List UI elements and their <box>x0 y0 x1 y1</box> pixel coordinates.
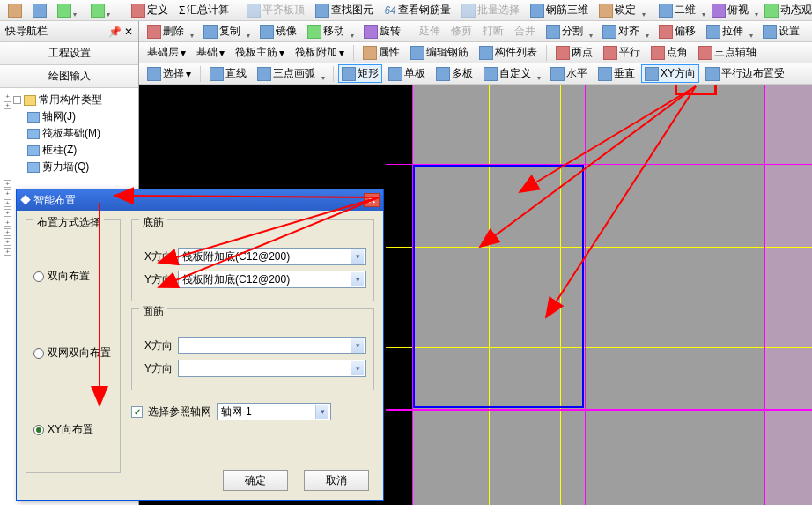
save-icon[interactable] <box>28 1 51 20</box>
custom-button[interactable]: 自定义 <box>479 63 535 84</box>
arc-button[interactable]: 三点画弧 <box>253 63 320 84</box>
view-rebar-button[interactable]: 64 查看钢筋量 <box>380 0 454 20</box>
horizontal-button[interactable]: 水平 <box>546 63 592 84</box>
tree-item-column[interactable]: 框柱(Z) <box>13 142 135 159</box>
ok-button[interactable]: 确定 <box>223 470 288 491</box>
delete-button[interactable]: 删除 <box>143 21 188 41</box>
draw-toolbar: 选择 ▾ 直线 三点画弧 矩形 单板 多板 自定义 水平 垂直 XY方向 平行边… <box>139 63 812 85</box>
single-board-button[interactable]: 单板 <box>384 63 430 84</box>
tree-item-raft[interactable]: 筏板基础(M) <box>13 125 135 142</box>
base-layer-select[interactable]: 基础层 ▾ <box>143 42 190 63</box>
xy-direction-button[interactable]: XY方向 <box>641 64 699 83</box>
bottom-rebar-label: 底筋 <box>139 215 167 230</box>
offset-button[interactable]: 偏移 <box>654 21 700 41</box>
rotate-button[interactable]: 旋转 <box>359 21 405 41</box>
view-angle-button[interactable]: 俯视 <box>707 0 753 20</box>
find-element-button[interactable]: 查找图元 <box>311 0 378 20</box>
move-button[interactable]: 移动 <box>303 21 349 41</box>
align-top-button[interactable]: 平齐板顶 <box>242 0 309 20</box>
nav-panel-title: 快导航栏 📌 ✕ <box>0 21 138 42</box>
ref-axis-checkbox[interactable]: ✓ <box>131 406 143 418</box>
tree-root[interactable]: − 常用构件类型 <box>13 92 135 108</box>
folder-icon <box>24 95 36 106</box>
sum-calc-button[interactable]: Σ 汇总计算 <box>174 0 233 20</box>
point-angle-button[interactable]: 点角 <box>646 42 692 63</box>
batch-select-button[interactable]: 批量选择 <box>457 0 524 20</box>
edit-rebar-button[interactable]: 编辑钢筋 <box>406 42 473 63</box>
tab-project-settings[interactable]: 工程设置 <box>0 42 138 65</box>
parallel-edge-button[interactable]: 平行边布置受 <box>701 63 789 84</box>
open-icon[interactable] <box>4 1 26 20</box>
tree-item-axis[interactable]: 轴网(J) <box>13 108 135 125</box>
two-point-button[interactable]: 两点 <box>551 42 597 63</box>
top-toolbar: 定义 Σ 汇总计算 平齐板顶 查找图元 64 查看钢筋量 批量选择 钢筋三维 锁… <box>0 0 812 21</box>
bottom-x-select[interactable]: 筏板附加底(C12@200)▾ <box>178 248 366 265</box>
break-button[interactable]: 打断 <box>478 21 508 41</box>
lock-button[interactable]: 锁定 <box>594 0 640 20</box>
raft-extra-select[interactable]: 筏板附加 ▾ <box>291 42 349 63</box>
dynamic-view-button[interactable]: 动态观 <box>760 0 812 20</box>
settings-button[interactable]: 设置 <box>758 21 804 41</box>
dialog-icon: ◆ <box>20 194 31 206</box>
split-button[interactable]: 分割 <box>542 21 587 41</box>
define-button[interactable]: 定义 <box>127 0 173 20</box>
three-point-aux-button[interactable]: 三点辅轴 <box>694 42 761 63</box>
line-button[interactable]: 直线 <box>205 63 251 84</box>
component-toolbar: 基础层 ▾ 基础 ▾ 筏板主筋 ▾ 筏板附加 ▾ 属性 编辑钢筋 构件列表 两点… <box>139 42 812 63</box>
property-button[interactable]: 属性 <box>358 42 404 63</box>
x-dir-label-2: X方向 <box>139 338 173 353</box>
extend-button[interactable]: 延伸 <box>415 21 445 41</box>
top-x-select[interactable]: ▾ <box>178 337 366 354</box>
component-list-button[interactable]: 构件列表 <box>475 42 542 63</box>
parallel-button[interactable]: 平行 <box>599 42 645 63</box>
rebar-3d-button[interactable]: 钢筋三维 <box>526 0 593 20</box>
close-icon[interactable]: ✕ <box>364 193 380 207</box>
redo-icon[interactable] <box>86 1 118 20</box>
radio-xy[interactable]: XY向布置 <box>33 422 113 437</box>
cancel-button[interactable]: 取消 <box>304 470 369 491</box>
y-dir-label: Y方向 <box>139 272 173 287</box>
align-button[interactable]: 对齐 <box>598 21 644 41</box>
tree-item-wall[interactable]: 剪力墙(Q) <box>13 159 135 175</box>
bottom-y-select[interactable]: 筏板附加底(C12@200)▾ <box>178 271 366 288</box>
radio-double-net[interactable]: 双网双向布置 <box>33 345 113 360</box>
select-button[interactable]: 选择 ▾ <box>143 63 196 84</box>
2d-button[interactable]: 二维 <box>654 0 700 20</box>
mirror-button[interactable]: 镜像 <box>255 21 301 41</box>
top-y-select[interactable]: ▾ <box>178 360 366 377</box>
y-dir-label-2: Y方向 <box>139 361 173 376</box>
stretch-button[interactable]: 拉伸 <box>702 21 748 41</box>
pin-icon[interactable]: 📌 ✕ <box>108 26 133 38</box>
vertical-button[interactable]: 垂直 <box>594 63 639 84</box>
merge-button[interactable]: 合并 <box>510 21 540 41</box>
tab-draw-input[interactable]: 绘图输入 <box>0 65 138 88</box>
base-select[interactable]: 基础 ▾ <box>192 42 229 63</box>
ref-axis-select[interactable]: 轴网-1▾ <box>217 403 331 420</box>
ref-axis-label: 选择参照轴网 <box>148 405 211 420</box>
rect-button[interactable]: 矩形 <box>338 64 382 83</box>
smart-layout-dialog: ◆ 智能布置 ✕ 布置方式选择 双向布置 双网双向布置 XY向布置 底筋 <box>16 189 384 501</box>
raft-main-select[interactable]: 筏板主筋 ▾ <box>231 42 289 63</box>
trim-button[interactable]: 修剪 <box>447 21 476 41</box>
edit-toolbar: 删除 复制 镜像 移动 旋转 延伸 修剪 打断 合并 分割 对齐 偏移 拉伸 设… <box>139 21 812 42</box>
radio-bidirectional[interactable]: 双向布置 <box>33 269 113 284</box>
layout-group-label: 布置方式选择 <box>33 215 104 230</box>
x-dir-label: X方向 <box>139 249 173 264</box>
dialog-titlebar[interactable]: ◆ 智能布置 ✕ <box>17 189 383 211</box>
top-rebar-label: 面筋 <box>139 304 167 319</box>
copy-button[interactable]: 复制 <box>199 21 245 41</box>
collapse-icon[interactable]: − <box>13 96 21 104</box>
undo-icon[interactable] <box>53 1 85 20</box>
multi-board-button[interactable]: 多板 <box>432 63 477 84</box>
